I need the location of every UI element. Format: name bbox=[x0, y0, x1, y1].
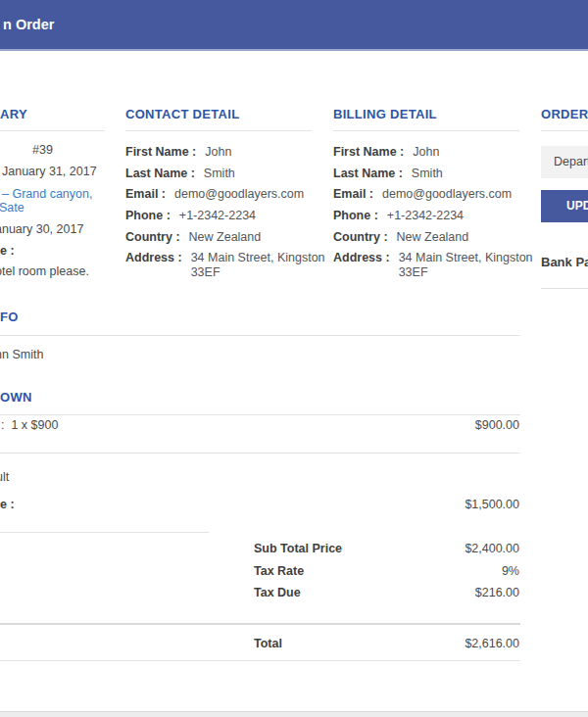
payment-info-heading: FO bbox=[0, 310, 19, 324]
update-order-button[interactable]: UPD bbox=[541, 190, 588, 222]
order-status-heading: ORDER S bbox=[541, 107, 588, 121]
order-number-value: #39 bbox=[32, 143, 53, 157]
billing-phone-row: Phone : +1-2342-2234 bbox=[333, 209, 559, 223]
status-divider bbox=[541, 130, 588, 131]
field-value: John bbox=[205, 145, 231, 160]
bank-payment-divider bbox=[541, 288, 588, 289]
field-value: +1-2342-2234 bbox=[179, 209, 256, 223]
billing-detail-heading: BILLING DETAIL bbox=[333, 107, 437, 121]
payer-name-value: hn Smith bbox=[0, 348, 43, 361]
tax-rate-label: Tax Rate bbox=[254, 564, 304, 578]
order-date-value: January 31, 2017 bbox=[2, 165, 97, 178]
price-breakdown-heading: OWN bbox=[0, 390, 32, 405]
billing-first-name-row: First Name : John bbox=[333, 145, 559, 160]
page-title: n Order bbox=[3, 17, 54, 32]
field-value: 34 Main Street, Kingston 33EF bbox=[191, 251, 351, 280]
order-page: n Order ARY CONTACT DETAIL BILLING DETAI… bbox=[0, 0, 588, 717]
package-link-line2[interactable]: Sate bbox=[0, 201, 24, 215]
field-label: Email : bbox=[125, 187, 166, 202]
field-value: New Zealand bbox=[189, 230, 262, 245]
field-value: 34 Main Street, Kingston 33EF bbox=[399, 251, 559, 280]
order-status-select[interactable]: Departe bbox=[541, 146, 588, 178]
tax-due-value: $216.00 bbox=[475, 586, 519, 599]
contact-detail-heading: CONTACT DETAIL bbox=[125, 107, 239, 121]
total-top-divider bbox=[0, 623, 520, 625]
departure-date-value: anuary 30, 2017 bbox=[0, 222, 83, 236]
field-value: +1-2342-2234 bbox=[387, 209, 464, 223]
field-label: Country : bbox=[333, 230, 388, 245]
total-value: $2,616.00 bbox=[465, 637, 519, 650]
field-label: First Name : bbox=[333, 145, 404, 160]
note-text: otel room please. bbox=[0, 264, 89, 278]
package-link-line1[interactable]: – Grand canyon, bbox=[2, 187, 92, 201]
price-label-fragment: e : bbox=[0, 498, 15, 511]
total-label: Total bbox=[254, 637, 282, 650]
package-price-fragment: : 1 x $900 bbox=[1, 418, 58, 432]
billing-last-name-row: Last Name : Smith bbox=[333, 167, 559, 181]
summary-divider bbox=[0, 130, 105, 131]
field-label: First Name : bbox=[125, 145, 196, 160]
tax-due-label: Tax Due bbox=[254, 586, 301, 599]
contact-phone-row: Phone : +1-2342-2234 bbox=[125, 209, 351, 223]
field-value: John bbox=[413, 145, 439, 160]
tax-rate-value: 9% bbox=[502, 564, 519, 578]
package-price-amount: $900.00 bbox=[475, 418, 519, 432]
field-value: Smith bbox=[412, 167, 443, 181]
billing-email-row: Email : demo@goodlayers.com bbox=[333, 187, 559, 202]
contact-divider bbox=[125, 130, 312, 131]
field-value: demo@goodlayers.com bbox=[382, 187, 512, 202]
field-value: demo@goodlayers.com bbox=[174, 187, 304, 202]
field-value: New Zealand bbox=[397, 230, 469, 245]
header-bar: n Order bbox=[0, 0, 588, 51]
order-summary-heading: ARY bbox=[0, 107, 27, 121]
sub-total-label: Sub Total Price bbox=[254, 542, 342, 555]
field-label: Last Name : bbox=[333, 167, 403, 181]
field-label: Phone : bbox=[333, 209, 378, 223]
billing-divider bbox=[333, 130, 519, 131]
bank-payment-heading: Bank Pay bbox=[541, 255, 588, 269]
note-label-fragment: e : bbox=[0, 244, 15, 258]
breakdown-top-divider bbox=[0, 414, 520, 415]
field-label: Phone : bbox=[125, 209, 171, 223]
contact-email-row: Email : demo@goodlayers.com bbox=[125, 187, 351, 202]
field-label: Address : bbox=[125, 251, 182, 280]
contact-country-row: Country : New Zealand bbox=[125, 230, 351, 245]
billing-address-row: Address : 34 Main Street, Kingston 33EF bbox=[333, 251, 559, 280]
footer-bar bbox=[0, 711, 588, 717]
billing-country-row: Country : New Zealand bbox=[333, 230, 559, 245]
total-bottom-divider bbox=[0, 660, 520, 661]
contact-last-name-row: Last Name : Smith bbox=[125, 167, 351, 181]
room-price-amount: $1,500.00 bbox=[465, 498, 519, 511]
payment-info-divider bbox=[0, 335, 520, 336]
traveller-type-fragment: ult bbox=[0, 470, 9, 484]
sub-total-value: $2,400.00 bbox=[465, 542, 519, 555]
breakdown-partial-divider bbox=[0, 532, 209, 533]
field-label: Last Name : bbox=[125, 167, 195, 181]
field-label: Address : bbox=[333, 251, 390, 280]
field-label: Country : bbox=[125, 230, 180, 245]
contact-first-name-row: First Name : John bbox=[125, 145, 351, 160]
contact-address-row: Address : 34 Main Street, Kingston 33EF bbox=[125, 251, 351, 280]
field-label: Email : bbox=[333, 187, 373, 202]
field-value: Smith bbox=[204, 167, 235, 181]
breakdown-row-divider bbox=[0, 453, 520, 454]
